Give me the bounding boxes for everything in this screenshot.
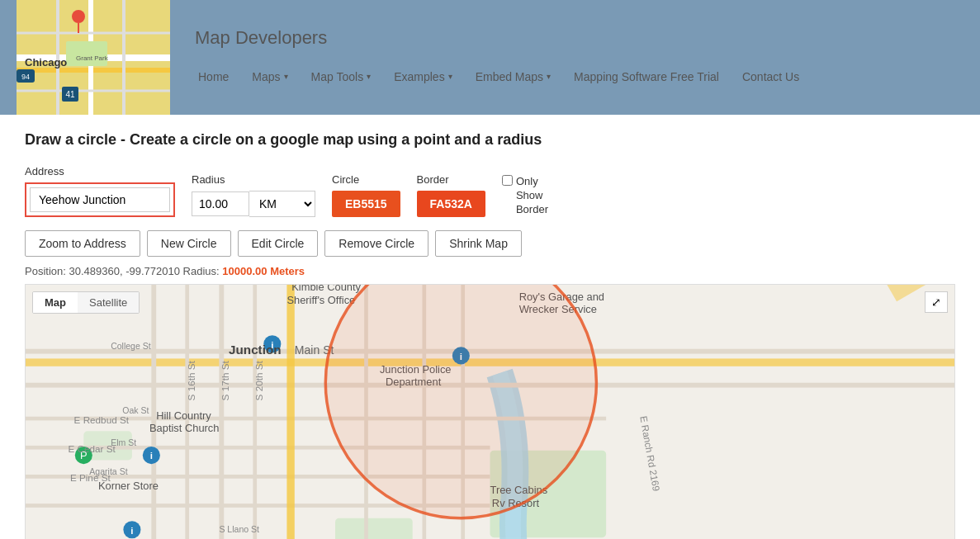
position-coords: 30.489360, -99.772010 [69, 265, 180, 277]
only-show-border-checkbox[interactable] [502, 175, 513, 186]
nav-contact-us[interactable]: Contact Us [731, 65, 811, 88]
svg-text:S 16th St: S 16th St [186, 361, 196, 401]
svg-text:Chicago: Chicago [25, 56, 67, 69]
radius-unit-select[interactable]: KM Miles Meters [249, 191, 315, 217]
svg-text:E Cedar St: E Cedar St [69, 443, 116, 454]
nav-examples-arrow: ▾ [448, 72, 452, 81]
nav-examples[interactable]: Examples ▾ [382, 65, 463, 88]
circle-color-button[interactable]: EB5515 [332, 191, 400, 217]
svg-text:S 17th St: S 17th St [220, 361, 230, 401]
new-circle-button[interactable]: New Circle [147, 230, 231, 257]
main-nav: Home Maps ▾ Map Tools ▾ Examples ▾ Embed… [187, 65, 963, 88]
site-title: Map Developers [195, 27, 963, 49]
nav-maps[interactable]: Maps ▾ [240, 65, 299, 88]
nav-embed-maps-arrow: ▾ [547, 72, 551, 81]
svg-text:Oak St: Oak St [122, 405, 149, 415]
fullscreen-icon: ⤢ [931, 296, 941, 309]
address-group: Address [25, 165, 175, 217]
nav-embed-maps[interactable]: Embed Maps ▾ [464, 65, 562, 88]
svg-text:S Llano St: S Llano St [219, 524, 259, 534]
svg-text:41: 41 [65, 90, 75, 99]
nav-maps-arrow: ▾ [284, 72, 288, 81]
border-label: Border [417, 173, 485, 186]
page-title: Draw a circle - Create a circle on a goo… [25, 131, 955, 149]
svg-text:E Redbud St: E Redbud St [74, 414, 130, 425]
nav-map-tools-arrow: ▾ [367, 72, 371, 81]
remove-circle-button[interactable]: Remove Circle [324, 230, 428, 257]
radius-value: 10000.00 Meters [222, 265, 305, 277]
svg-text:S 20th St: S 20th St [253, 361, 264, 401]
border-group: Border FA532A [417, 173, 485, 217]
svg-text:Sheriff's Office: Sheriff's Office [286, 294, 355, 306]
svg-text:i: i [130, 525, 133, 536]
radius-number-input[interactable] [192, 191, 249, 216]
radius-label: Radius [192, 173, 315, 186]
map-container: i i i i P 🍴 ✝ ✝ 481 Sc [25, 284, 955, 539]
address-label: Address [25, 165, 175, 177]
svg-text:Grant Park: Grant Park [76, 54, 109, 62]
svg-text:College St: College St [111, 341, 151, 351]
svg-point-9 [72, 10, 85, 23]
border-color-button[interactable]: FA532A [417, 191, 485, 217]
nav-map-tools[interactable]: Map Tools ▾ [300, 65, 383, 88]
address-field-wrapper [25, 182, 175, 217]
svg-rect-19 [335, 518, 413, 539]
position-prefix: Position: [25, 265, 66, 277]
position-info: Position: 30.489360, -99.772010 Radius: … [25, 265, 955, 277]
nav-home[interactable]: Home [187, 65, 240, 88]
svg-text:i: i [150, 450, 153, 461]
main-content: Draw a circle - Create a circle on a goo… [0, 115, 980, 539]
svg-text:Agarita St: Agarita St [89, 466, 127, 476]
map-tab-map[interactable]: Map [33, 292, 78, 313]
radius-group: Radius KM Miles Meters [192, 173, 315, 217]
button-row: Zoom to Address New Circle Edit Circle R… [25, 230, 955, 257]
svg-text:Kimble County: Kimble County [291, 285, 361, 293]
map-svg: i i i i P 🍴 ✝ ✝ 481 Sc [26, 285, 954, 539]
svg-text:Junction: Junction [229, 343, 281, 357]
nav-mapping-software[interactable]: Mapping Software Free Trial [562, 65, 731, 88]
shrink-map-button[interactable]: Shrink Map [435, 230, 522, 257]
header: 41 Chicago 94 Grant Park Chicago Grant P… [0, 0, 980, 115]
svg-text:94: 94 [21, 73, 30, 81]
svg-rect-31 [219, 285, 224, 539]
svg-text:Elm St: Elm St [111, 437, 136, 447]
svg-rect-8 [66, 41, 107, 66]
svg-text:Hill Country: Hill Country [156, 409, 211, 422]
svg-text:Baptist Church: Baptist Church [149, 422, 219, 434]
circle-label: Circle [332, 173, 400, 186]
header-right: Map Developers Home Maps ▾ Map Tools ▾ E… [170, 27, 963, 88]
site-logo[interactable]: 41 Chicago 94 Grant Park Chicago Grant P… [17, 0, 170, 115]
address-input[interactable] [30, 187, 170, 212]
form-row: Address Radius KM Miles Meters Circle EB… [25, 165, 955, 217]
fullscreen-button[interactable]: ⤢ [925, 291, 948, 313]
only-show-border-row: OnlyShowBorder [502, 175, 548, 217]
radius-inputs: KM Miles Meters [192, 191, 315, 217]
circle-group: Circle EB5515 [332, 173, 400, 217]
svg-rect-32 [253, 285, 257, 539]
map-tabs: Map Satellite [32, 291, 140, 314]
zoom-to-address-button[interactable]: Zoom to Address [25, 230, 140, 257]
radius-prefix: Radius: [183, 265, 220, 277]
only-show-border-group: OnlyShowBorder [502, 175, 548, 217]
edit-circle-button[interactable]: Edit Circle [238, 230, 319, 257]
map-tab-satellite[interactable]: Satellite [78, 292, 139, 313]
svg-rect-33 [286, 285, 294, 539]
only-show-border-label: OnlyShowBorder [516, 175, 548, 217]
